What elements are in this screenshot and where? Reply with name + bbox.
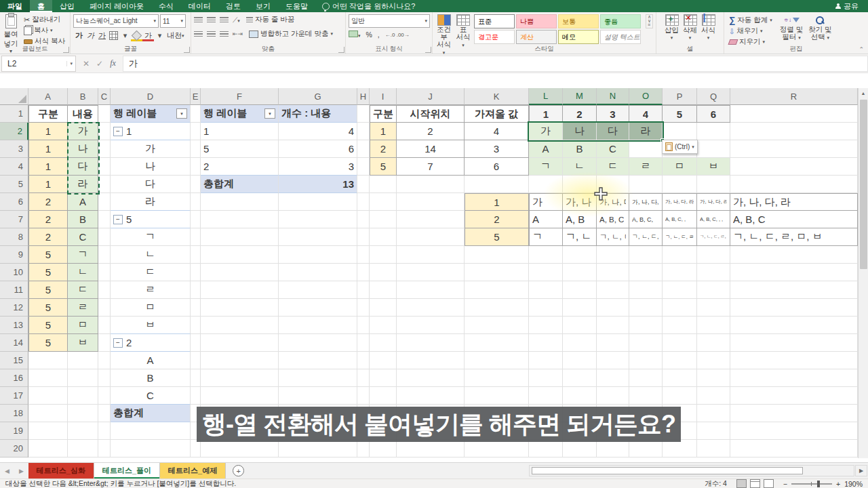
comma-button[interactable]: , [378, 30, 380, 39]
cell-C11[interactable] [98, 281, 111, 299]
cell-A6[interactable]: 2 [28, 193, 68, 211]
cell-L5[interactable] [529, 176, 563, 193]
cell-K6[interactable]: 1 [465, 193, 529, 211]
row-header-12[interactable]: 12 [0, 299, 28, 317]
cell-K5[interactable] [465, 176, 529, 193]
cell-I7[interactable] [370, 211, 397, 228]
cell-D16[interactable]: B [111, 369, 191, 387]
cell-D10[interactable]: ㄷ [111, 264, 191, 281]
cell-A13[interactable]: 5 [28, 317, 68, 334]
cell-B15[interactable] [68, 352, 98, 369]
cell-E15[interactable] [191, 352, 201, 369]
cell-C10[interactable] [98, 264, 111, 281]
align-right-icon[interactable] [220, 31, 229, 37]
ribbon-tab-8[interactable]: 도움말 [278, 0, 315, 12]
cell-E5[interactable] [191, 176, 201, 193]
cell-I2[interactable]: 1 [370, 123, 397, 140]
cell-R3[interactable] [730, 140, 858, 158]
cell-B19[interactable] [68, 422, 98, 440]
row-header-19[interactable]: 19 [0, 422, 28, 440]
cell-J9[interactable] [397, 246, 465, 264]
cell-R9[interactable] [730, 246, 858, 264]
column-header-L[interactable]: L [529, 88, 563, 105]
font-color-button[interactable]: 가 [142, 30, 154, 41]
cell-Q7[interactable]: A, B, C, , , [697, 211, 730, 228]
italic-button[interactable]: 가 [85, 30, 96, 41]
number-dialog-launcher[interactable] [425, 47, 431, 53]
paste-options-floater[interactable]: (Ctrl)▾ [662, 140, 698, 154]
cell-K7[interactable]: 2 [465, 211, 529, 228]
cell-A12[interactable]: 5 [28, 299, 68, 317]
cell-style-4[interactable]: 경고문 [474, 30, 515, 44]
cell-A11[interactable]: 5 [28, 281, 68, 299]
cell-L7[interactable]: A [529, 211, 563, 228]
scroll-up-icon[interactable]: ▲ [859, 88, 868, 98]
cell-P13[interactable] [663, 317, 697, 334]
cell-M4[interactable]: ㄴ [563, 158, 597, 176]
cell-K9[interactable] [465, 246, 529, 264]
cell-A5[interactable]: 1 [28, 176, 68, 193]
cell-C16[interactable] [98, 369, 111, 387]
collapse-icon[interactable]: − [113, 338, 123, 348]
cell-P6[interactable]: 가, 나, 다, 라, [663, 193, 697, 211]
cell-F13[interactable] [201, 317, 279, 334]
cell-J8[interactable] [397, 228, 465, 246]
ribbon-tab-3[interactable]: 페이지 레이아웃 [82, 0, 151, 12]
cell-F2[interactable]: 1 [201, 123, 279, 140]
cell-J2[interactable]: 2 [397, 123, 465, 140]
cell-I3[interactable]: 2 [370, 140, 397, 158]
cell-P4[interactable]: ㅁ [663, 158, 697, 176]
indent-buttons[interactable]: ⇤⇥ [233, 30, 243, 37]
cell-G17[interactable] [279, 387, 357, 405]
cell-D20[interactable] [111, 440, 191, 458]
copy-button[interactable]: 복사▾ [22, 25, 67, 36]
cell-R5[interactable] [730, 176, 858, 193]
cell-D5[interactable]: 다 [111, 176, 191, 193]
cell-M5[interactable] [563, 176, 597, 193]
cell-C14[interactable] [98, 334, 111, 352]
cell-L4[interactable]: ㄱ [529, 158, 563, 176]
cell-R7[interactable]: A, B, C [730, 211, 858, 228]
cell-A10[interactable]: 5 [28, 264, 68, 281]
cell-F16[interactable] [201, 369, 279, 387]
share-button[interactable]: 공유 [826, 0, 868, 12]
cell-E1[interactable] [191, 105, 201, 123]
cell-H9[interactable] [357, 246, 370, 264]
formula-input[interactable]: 가 [123, 56, 868, 72]
cell-C7[interactable] [98, 211, 111, 228]
cell-P10[interactable] [663, 264, 697, 281]
row-header-15[interactable]: 15 [0, 352, 28, 369]
cell-N7[interactable]: A, B, C [597, 211, 629, 228]
cell-Q16[interactable] [697, 369, 730, 387]
cell-K2[interactable]: 4 [465, 123, 529, 140]
cell-C5[interactable] [98, 176, 111, 193]
cancel-entry-icon[interactable]: ✕ [83, 59, 90, 68]
cell-L2[interactable]: 가 [529, 123, 563, 140]
cell-D17[interactable]: C [111, 387, 191, 405]
cell-C9[interactable] [98, 246, 111, 264]
cell-I11[interactable] [370, 281, 397, 299]
row-header-18[interactable]: 18 [0, 405, 28, 422]
cell-I6[interactable] [370, 193, 397, 211]
column-header-I[interactable]: I [370, 88, 397, 105]
cell-J1[interactable]: 시작위치 [397, 105, 465, 123]
cell-N15[interactable] [597, 352, 629, 369]
cell-O14[interactable] [629, 334, 663, 352]
cell-K1[interactable]: 가져올 값 [465, 105, 529, 123]
cell-D18[interactable]: 총합계 [111, 405, 191, 422]
cell-J17[interactable] [397, 387, 465, 405]
cell-P15[interactable] [663, 352, 697, 369]
cell-A19[interactable] [28, 422, 68, 440]
cell-G3[interactable]: 6 [279, 140, 357, 158]
cell-F3[interactable]: 5 [201, 140, 279, 158]
cell-O4[interactable]: ㄹ [629, 158, 663, 176]
vertical-scrollbar[interactable]: ▲ [858, 88, 868, 458]
cell-B20[interactable] [68, 440, 98, 458]
cell-I8[interactable] [370, 228, 397, 246]
ribbon-tab-7[interactable]: 보기 [248, 0, 278, 12]
row-header-4[interactable]: 4 [0, 158, 28, 176]
gallery-scroll-buttons[interactable]: ∧∨≡ [646, 14, 653, 28]
cell-B9[interactable]: ㄱ [68, 246, 98, 264]
cell-G15[interactable] [279, 352, 357, 369]
cell-A16[interactable] [28, 369, 68, 387]
